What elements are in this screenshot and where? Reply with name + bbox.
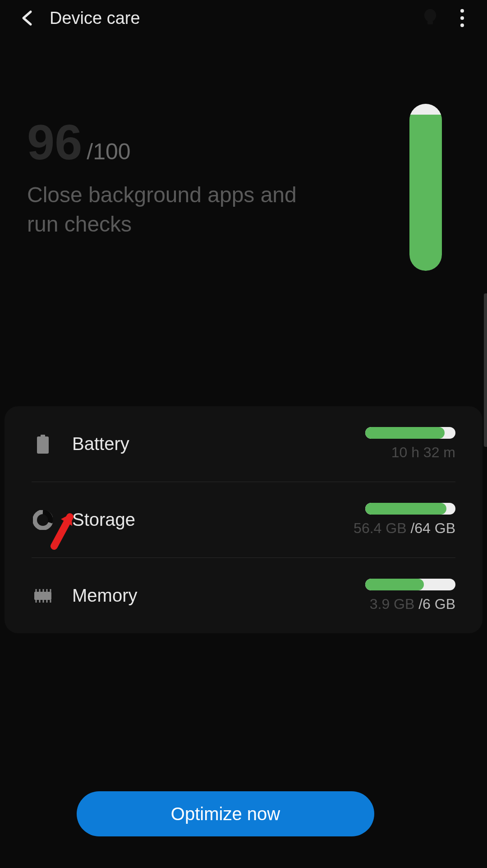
chevron-left-icon (21, 9, 33, 27)
storage-label: Storage (72, 510, 135, 530)
optimize-label: Optimize now (171, 804, 280, 824)
battery-progress-fill (365, 427, 445, 439)
storage-progress-fill (365, 503, 446, 515)
score-display: 96 /100 (27, 117, 460, 167)
back-button[interactable] (18, 9, 36, 27)
memory-progress (365, 579, 455, 590)
dot-icon (460, 9, 464, 13)
battery-stats: 10 h 32 m (365, 427, 455, 461)
scroll-indicator (484, 293, 487, 447)
battery-label: Battery (72, 434, 129, 454)
optimize-button[interactable]: Optimize now (77, 791, 374, 836)
score-value: 96 (27, 117, 82, 167)
storage-icon (32, 509, 54, 531)
cards-section: Battery 10 h 32 m Storage 56.4 GB /64 GB (5, 406, 482, 633)
memory-label: Memory (72, 585, 137, 606)
battery-progress (365, 427, 455, 439)
storage-total: /64 GB (410, 520, 455, 536)
memory-row[interactable]: Memory 3.9 GB /6 GB (32, 558, 455, 633)
memory-used: 3.9 GB (370, 596, 419, 612)
svg-rect-5 (34, 592, 51, 600)
page-title: Device care (50, 9, 140, 28)
score-vertical-bar (409, 104, 442, 271)
storage-text: 56.4 GB /64 GB (354, 520, 455, 537)
dot-icon (460, 23, 464, 27)
memory-stats: 3.9 GB /6 GB (365, 579, 455, 613)
svg-point-0 (424, 9, 436, 22)
battery-row[interactable]: Battery 10 h 32 m (32, 406, 455, 482)
bulb-icon[interactable] (423, 9, 437, 27)
more-options-button[interactable] (455, 9, 469, 27)
svg-rect-3 (37, 436, 49, 454)
memory-icon (32, 585, 54, 607)
battery-time: 10 h 32 m (391, 444, 455, 461)
score-bar-fill (409, 111, 442, 271)
score-bar-cap (409, 104, 442, 115)
storage-progress (365, 503, 455, 515)
battery-icon (32, 433, 54, 455)
storage-row[interactable]: Storage 56.4 GB /64 GB (32, 482, 455, 558)
storage-stats: 56.4 GB /64 GB (354, 503, 455, 537)
storage-used: 56.4 GB (354, 520, 410, 536)
header: Device care (0, 0, 487, 36)
dot-icon (460, 16, 464, 20)
svg-rect-1 (427, 21, 433, 24)
memory-progress-fill (365, 579, 424, 590)
score-description: Close background apps and run checks (27, 181, 298, 239)
header-actions (423, 9, 469, 27)
memory-total: /6 GB (418, 596, 455, 612)
score-section: 96 /100 Close background apps and run ch… (0, 36, 487, 257)
score-max: /100 (87, 139, 130, 165)
memory-text: 3.9 GB /6 GB (370, 596, 455, 613)
